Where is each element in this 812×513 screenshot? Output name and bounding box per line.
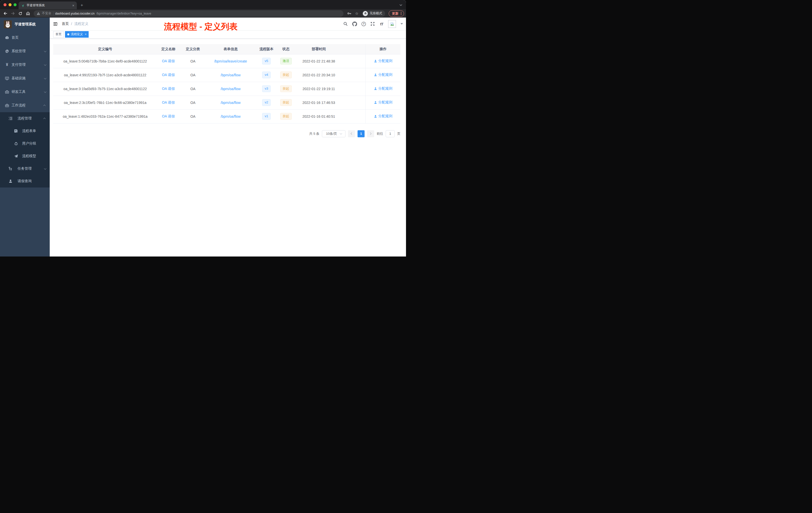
form-link[interactable]: /bpm/oa/flow bbox=[221, 101, 240, 105]
incognito-badge: 无痕模式 bbox=[362, 10, 385, 17]
password-key-icon[interactable] bbox=[346, 10, 352, 17]
definition-name-link[interactable]: OA 请假 bbox=[162, 87, 175, 91]
assign-rule-button[interactable]: 分配规则 bbox=[374, 86, 393, 91]
definition-name-link[interactable]: OA 请假 bbox=[162, 100, 175, 104]
favicon-sprout-icon bbox=[21, 4, 25, 7]
avatar-caret-icon[interactable] bbox=[401, 23, 403, 25]
security-label[interactable]: 不安全 bbox=[42, 11, 52, 16]
sidebar-item-process-form[interactable]: 流程表单 bbox=[0, 125, 50, 137]
col-spacer bbox=[344, 44, 366, 54]
status-badge: 激活 bbox=[280, 58, 292, 64]
definition-name-link[interactable]: OA 请假 bbox=[162, 59, 175, 63]
chevron-down-icon bbox=[44, 50, 47, 52]
github-icon[interactable] bbox=[352, 21, 357, 26]
assign-rule-button[interactable]: 分配规则 bbox=[374, 59, 393, 63]
tab-search-chevron-icon[interactable] bbox=[400, 3, 402, 6]
gear-icon bbox=[5, 49, 9, 53]
sidebar-item-process-mgmt[interactable]: 流程管理 bbox=[0, 112, 50, 125]
version-badge: v1 bbox=[262, 113, 271, 120]
new-tab-button[interactable]: + bbox=[78, 2, 85, 9]
cell-category: OA bbox=[180, 96, 206, 110]
version-badge: v5 bbox=[262, 58, 271, 64]
sidebar-item-label: 流程管理 bbox=[18, 116, 32, 121]
sidebar-item-process-model[interactable]: 流程模型 bbox=[0, 150, 50, 162]
bookmark-star-icon[interactable]: ☆ bbox=[353, 10, 360, 17]
chevron-up-icon bbox=[43, 117, 46, 120]
sidebar-item-leave-query[interactable]: 请假查询 bbox=[0, 175, 50, 187]
logo-avatar bbox=[4, 20, 12, 28]
back-icon[interactable] bbox=[2, 10, 8, 17]
forward-icon[interactable] bbox=[9, 10, 16, 17]
form-link[interactable]: /bpm/oa/flow bbox=[221, 73, 240, 77]
sidebar-item-infra[interactable]: 基础设施 bbox=[0, 71, 50, 85]
table-header-row: 定义编号 定义名称 定义分类 表单信息 流程版本 状态 部署时间 操作 bbox=[53, 44, 401, 54]
tag-close-icon[interactable]: × bbox=[85, 33, 86, 36]
sidebar-item-home[interactable]: 首页 bbox=[0, 31, 50, 44]
breadcrumb: 首页 / 流程定义 bbox=[62, 22, 88, 26]
form-link[interactable]: /bpm/oa/leave/create bbox=[214, 59, 247, 63]
browser-tab[interactable]: 芋道管理系统 × bbox=[19, 1, 77, 9]
assign-rule-button[interactable]: 分配规则 bbox=[374, 100, 393, 105]
minimize-window-button[interactable] bbox=[8, 3, 11, 6]
col-form-info: 表单信息 bbox=[206, 44, 255, 54]
form-link[interactable]: /bpm/oa/flow bbox=[221, 87, 240, 91]
security-warning-icon[interactable] bbox=[37, 12, 40, 15]
cell-definition-id: oa_leave:5:004b710b-7b8a-11ec-8ef0-acde4… bbox=[53, 54, 157, 68]
list-icon bbox=[8, 117, 12, 120]
form-link[interactable]: /bpm/oa/flow bbox=[221, 115, 240, 118]
reload-icon[interactable] bbox=[17, 10, 24, 17]
breadcrumb-home[interactable]: 首页 bbox=[62, 22, 69, 26]
page-size-select[interactable]: 10条/页 bbox=[322, 130, 346, 137]
sidebar-item-label: 用户分组 bbox=[22, 141, 36, 146]
user-icon bbox=[374, 101, 377, 104]
assign-rule-button[interactable]: 分配规则 bbox=[374, 114, 393, 118]
tag-home[interactable]: 首页 bbox=[53, 31, 64, 38]
maximize-window-button[interactable] bbox=[13, 3, 17, 6]
user-icon bbox=[8, 179, 12, 183]
address-bar[interactable]: 不安全 dashboard.yudao.iocoder.cn/bpm/manag… bbox=[34, 10, 344, 17]
tree-icon bbox=[8, 167, 12, 171]
fullscreen-icon[interactable] bbox=[370, 21, 375, 26]
assign-rule-label: 分配规则 bbox=[378, 86, 393, 91]
close-window-button[interactable] bbox=[3, 3, 6, 6]
next-page-button[interactable] bbox=[367, 130, 374, 137]
update-label[interactable]: 更新 bbox=[392, 11, 399, 16]
sidebar-item-devtools[interactable]: 研发工具 bbox=[0, 85, 50, 99]
page-number-button[interactable]: 1 bbox=[357, 130, 365, 137]
cell-spacer bbox=[344, 82, 366, 96]
status-badge: 挂起 bbox=[280, 71, 292, 78]
tab-close-icon[interactable]: × bbox=[72, 4, 74, 7]
sidebar-item-task-mgmt[interactable]: 任务管理 bbox=[0, 162, 50, 175]
sidebar-item-label: 流程模型 bbox=[22, 154, 36, 158]
prev-page-button[interactable] bbox=[348, 130, 355, 137]
assign-rule-label: 分配规则 bbox=[378, 114, 393, 118]
help-icon[interactable]: ? bbox=[361, 21, 366, 26]
cell-deploy-time: 2022-01-16 17:46:53 bbox=[294, 96, 343, 110]
cell-spacer bbox=[344, 110, 366, 123]
goto-page-input[interactable] bbox=[386, 130, 395, 137]
app-logo[interactable]: 芋道管理系统 bbox=[0, 18, 50, 31]
form-icon bbox=[14, 129, 18, 133]
cell-definition-id: oa_leave:4:991f2193-7b7f-11ec-a3c8-acde4… bbox=[53, 68, 157, 82]
sidebar-item-user-group[interactable]: 用户分组 bbox=[0, 137, 50, 150]
font-size-icon[interactable]: tT bbox=[379, 21, 384, 26]
definition-table: 定义编号 定义名称 定义分类 表单信息 流程版本 状态 部署时间 操作 bbox=[53, 44, 401, 123]
search-icon[interactable] bbox=[343, 21, 348, 26]
update-button[interactable]: 更新 bbox=[389, 10, 404, 17]
sidebar-item-system[interactable]: 系统管理 bbox=[0, 44, 50, 58]
sidebar: 芋道管理系统 首页 系统管理 ¥ 支付管理 bbox=[0, 18, 50, 256]
chevron-down-icon bbox=[340, 132, 342, 134]
home-icon[interactable] bbox=[25, 10, 31, 17]
sidebar-item-payment[interactable]: ¥ 支付管理 bbox=[0, 58, 50, 71]
tag-process-definition[interactable]: 流程定义 × bbox=[65, 31, 89, 38]
definition-name-link[interactable]: OA 请假 bbox=[162, 114, 175, 118]
sidebar-item-workflow[interactable]: 工作流程 bbox=[0, 99, 50, 112]
assign-rule-button[interactable]: 分配规则 bbox=[374, 72, 393, 77]
page-size-value: 10条/页 bbox=[326, 131, 337, 136]
sidebar-item-label: 研发工具 bbox=[11, 90, 26, 94]
browser-menu-icon[interactable] bbox=[401, 12, 402, 15]
definition-name-link[interactable]: OA 请假 bbox=[162, 73, 175, 77]
toolbox-icon bbox=[5, 103, 9, 108]
sidebar-toggle-button[interactable] bbox=[50, 18, 61, 30]
avatar[interactable] bbox=[388, 20, 396, 28]
